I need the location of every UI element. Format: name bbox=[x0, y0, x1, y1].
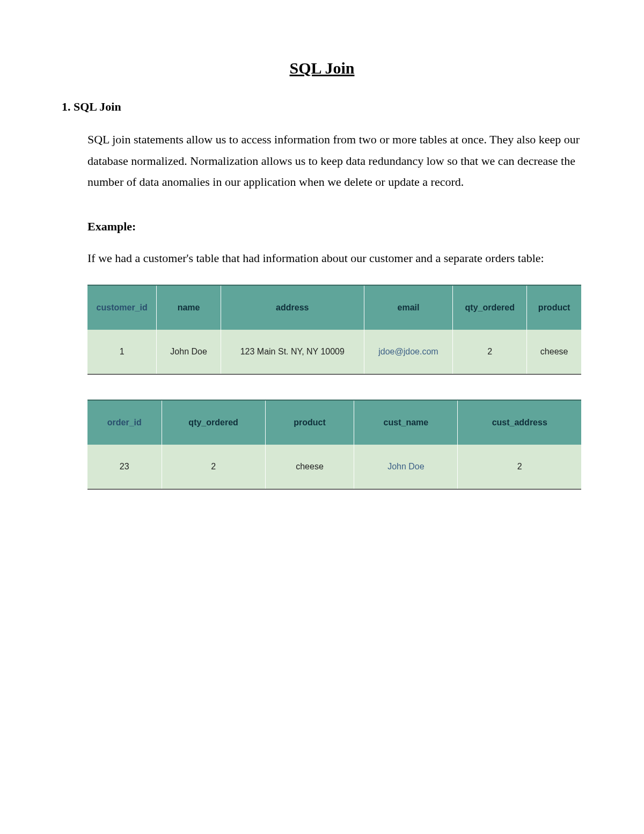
customers-table: customer_id name address email qty_order… bbox=[87, 285, 581, 375]
cell-cust-name: John Doe bbox=[354, 445, 458, 489]
section-paragraph: SQL join statements allow us to access i… bbox=[87, 129, 582, 193]
example-intro: If we had a customer's table that had in… bbox=[87, 248, 582, 269]
col-product: product bbox=[265, 400, 354, 445]
col-address: address bbox=[221, 285, 364, 330]
col-customer-id: customer_id bbox=[87, 285, 157, 330]
section-number: 1. bbox=[62, 100, 71, 113]
cell-email: jdoe@jdoe.com bbox=[364, 330, 453, 374]
section-heading-text: SQL Join bbox=[74, 100, 121, 113]
col-qty-ordered: qty_ordered bbox=[453, 285, 527, 330]
col-order-id: order_id bbox=[87, 400, 162, 445]
example-label: Example: bbox=[87, 220, 582, 234]
page-title: SQL Join bbox=[62, 59, 582, 77]
table-row: 23 2 cheese John Doe 2 bbox=[87, 445, 581, 489]
section-heading: 1. SQL Join bbox=[62, 100, 582, 114]
col-cust-address: cust_address bbox=[458, 400, 581, 445]
cell-order-id: 23 bbox=[87, 445, 162, 489]
orders-table: order_id qty_ordered product cust_name c… bbox=[87, 400, 581, 490]
cell-qty-ordered: 2 bbox=[453, 330, 527, 374]
col-product: product bbox=[527, 285, 581, 330]
table-header-row: order_id qty_ordered product cust_name c… bbox=[87, 400, 581, 445]
col-qty-ordered: qty_ordered bbox=[162, 400, 265, 445]
cell-address: 123 Main St. NY, NY 10009 bbox=[221, 330, 364, 374]
col-cust-name: cust_name bbox=[354, 400, 458, 445]
table-row: 1 John Doe 123 Main St. NY, NY 10009 jdo… bbox=[87, 330, 581, 374]
cell-name: John Doe bbox=[157, 330, 221, 374]
cell-cust-address: 2 bbox=[458, 445, 581, 489]
cell-customer-id: 1 bbox=[87, 330, 157, 374]
cell-product: cheese bbox=[265, 445, 354, 489]
cell-product: cheese bbox=[527, 330, 581, 374]
table-header-row: customer_id name address email qty_order… bbox=[87, 285, 581, 330]
cell-qty-ordered: 2 bbox=[162, 445, 265, 489]
col-email: email bbox=[364, 285, 453, 330]
col-name: name bbox=[157, 285, 221, 330]
